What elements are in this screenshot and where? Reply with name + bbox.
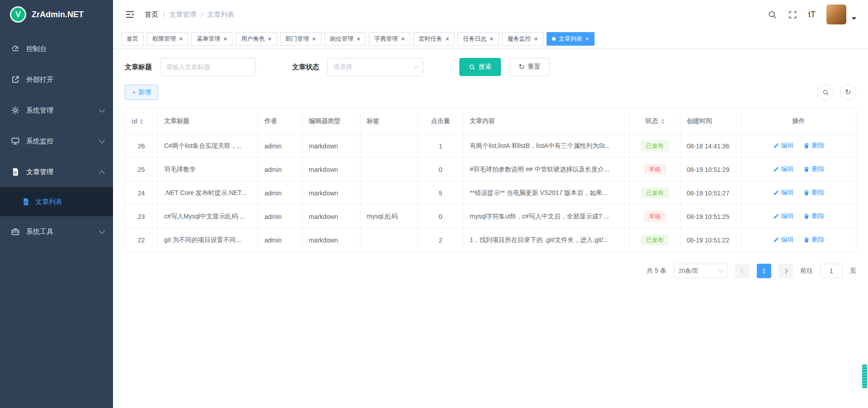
tab-close-icon[interactable]: × <box>179 36 183 42</box>
floating-scroll-widget[interactable] <box>862 365 867 388</box>
cell-status: 已发布 <box>630 134 680 158</box>
search-icon[interactable] <box>768 10 777 19</box>
edit-icon <box>773 190 779 196</box>
sidebar-item-dashboard[interactable]: 控制台 <box>0 33 113 64</box>
filter-form: 文章标题 文章状态 请选择 搜索 ↻ 重置 <box>125 58 856 76</box>
edit-icon <box>773 237 779 243</box>
breadcrumb-home[interactable]: 首页 <box>145 10 158 19</box>
toggle-search-button[interactable] <box>817 84 834 100</box>
delete-button[interactable]: 删除 <box>803 142 824 150</box>
table-header-row: id 文章标题 作者 编辑器类型 标签 点击量 文章内容 状态 创建时间 操作 <box>125 108 856 134</box>
edit-button[interactable]: 编辑 <box>773 236 794 244</box>
breadcrumb-article-manage[interactable]: 文章管理 <box>169 10 196 19</box>
page-number-button[interactable]: 1 <box>757 264 771 278</box>
sidebar-collapse-icon[interactable] <box>125 9 135 19</box>
goto-page-input[interactable] <box>820 264 843 278</box>
tab-service-monitor[interactable]: 服务监控× <box>502 32 543 46</box>
column-header-editor: 编辑器类型 <box>302 108 360 134</box>
article-status-select[interactable]: 请选择 <box>327 58 423 76</box>
tab-close-icon[interactable]: × <box>490 36 493 42</box>
tab-dict[interactable]: 字典管理× <box>369 32 410 46</box>
edit-button[interactable]: 编辑 <box>773 189 794 197</box>
article-title-input[interactable] <box>160 58 256 76</box>
delete-button[interactable]: 删除 <box>803 165 824 173</box>
cell-created: 08-19 10:51:27 <box>680 181 741 205</box>
column-header-id[interactable]: id <box>125 108 158 134</box>
avatar-caret-down-icon[interactable] <box>852 17 856 20</box>
table-row: 22 git 为不同的项目设置不同... admin markdown 2 1，… <box>125 228 856 252</box>
delete-button[interactable]: 删除 <box>803 236 824 244</box>
fullscreen-icon[interactable] <box>788 10 797 19</box>
app-logo[interactable]: V ZrAdmin.NET <box>0 0 113 29</box>
tab-article-list[interactable]: 文章列表× <box>547 32 594 46</box>
edit-icon <box>773 166 779 172</box>
cell-hits: 2 <box>418 228 463 252</box>
tab-close-icon[interactable]: × <box>312 36 316 42</box>
prev-page-button[interactable] <box>735 264 750 278</box>
column-header-status[interactable]: 状态 <box>630 108 680 134</box>
tab-active-dot <box>552 37 556 41</box>
sidebar-subitem-article-list[interactable]: 文章列表 <box>0 187 113 216</box>
column-header-title: 文章标题 <box>158 108 258 134</box>
cell-tags <box>360 228 418 252</box>
sort-icon[interactable] <box>661 119 665 124</box>
tab-task-log[interactable]: 任务日志× <box>458 32 499 46</box>
status-badge: 草稿 <box>644 211 666 222</box>
sidebar-item-article[interactable]: 文章管理 <box>0 157 113 187</box>
page-size-select[interactable]: 20条/页 <box>674 264 728 278</box>
tab-cron[interactable]: 定时任务× <box>413 32 454 46</box>
tab-user-role[interactable]: 用户角色× <box>236 32 277 46</box>
table-row: 23 c#写入Mysql中文显示乱码 ... admin markdown my… <box>125 205 856 228</box>
delete-button[interactable]: 删除 <box>803 212 824 220</box>
edit-button[interactable]: 编辑 <box>773 165 794 173</box>
chevron-down-icon <box>718 267 723 272</box>
cell-title: .NET Core 发布时提示.NET... <box>158 181 258 205</box>
sidebar-item-label: 控制台 <box>26 45 47 53</box>
trash-icon <box>803 190 810 196</box>
cell-editor: markdown <box>302 158 360 181</box>
search-button[interactable]: 搜索 <box>459 58 501 76</box>
tab-close-icon[interactable]: × <box>268 36 271 42</box>
tab-close-icon[interactable]: × <box>357 36 360 42</box>
toolbox-icon <box>11 227 20 236</box>
app-title: ZrAdmin.NET <box>32 10 84 19</box>
tab-permission[interactable]: 权限管理× <box>147 32 188 46</box>
tab-close-icon[interactable]: × <box>585 36 589 42</box>
sidebar-item-external[interactable]: 外部打开 <box>0 64 113 95</box>
refresh-table-button[interactable]: ↻ <box>840 84 856 100</box>
tab-close-icon[interactable]: × <box>223 36 227 42</box>
delete-button[interactable]: 删除 <box>803 189 824 197</box>
cell-tags <box>360 134 418 158</box>
cell-tags <box>360 181 418 205</box>
sidebar-item-tools[interactable]: 系统工具 <box>0 216 113 247</box>
cell-created: 08-19 10:51:22 <box>680 228 741 252</box>
tab-post[interactable]: 岗位管理× <box>325 32 366 46</box>
sidebar-menu: 控制台 外部打开 系统管理 系统监控 文章管理 文章列表 <box>0 29 113 247</box>
external-link-icon <box>11 75 20 84</box>
cell-author: admin <box>258 228 302 252</box>
tab-department[interactable]: 部门管理× <box>280 32 321 46</box>
sort-icon[interactable] <box>140 119 143 124</box>
sidebar-item-label: 系统管理 <box>26 106 53 115</box>
cell-created: 08-19 10:51:29 <box>680 158 741 181</box>
cell-id: 25 <box>125 158 158 181</box>
avatar[interactable] <box>826 5 846 24</box>
status-badge: 草稿 <box>644 164 666 175</box>
add-button[interactable]: + 新增 <box>125 85 158 100</box>
sidebar-item-system[interactable]: 系统管理 <box>0 95 113 126</box>
tab-home[interactable]: 首页 <box>121 32 144 46</box>
edit-button[interactable]: 编辑 <box>773 212 794 220</box>
reset-button[interactable]: ↻ 重置 <box>509 58 550 76</box>
article-status-label: 文章状态 <box>292 63 319 71</box>
tab-close-icon[interactable]: × <box>534 36 538 42</box>
font-size-icon[interactable]: tT <box>808 10 816 19</box>
sidebar-item-monitor[interactable]: 系统监控 <box>0 126 113 157</box>
tab-close-icon[interactable]: × <box>445 36 449 42</box>
tab-menu-manage[interactable]: 菜单管理× <box>191 32 232 46</box>
column-header-hits: 点击量 <box>418 108 463 134</box>
chevron-down-icon <box>99 107 105 113</box>
edit-button[interactable]: 编辑 <box>773 142 794 150</box>
breadcrumb-article-list: 文章列表 <box>207 10 234 19</box>
tab-close-icon[interactable]: × <box>401 36 405 42</box>
next-page-button[interactable] <box>778 264 793 278</box>
